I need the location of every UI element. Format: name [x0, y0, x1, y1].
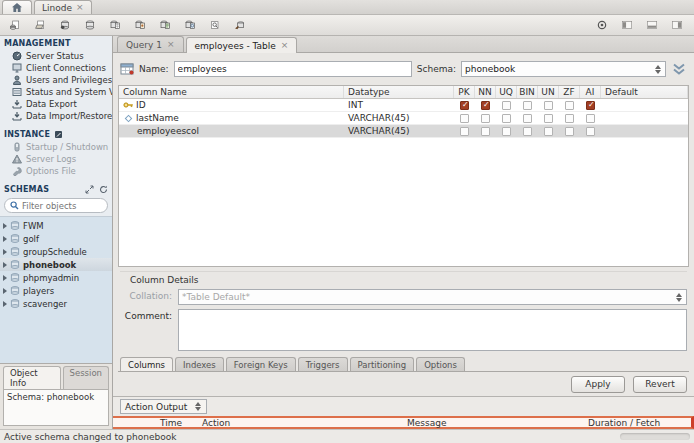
schema-item-scavenger[interactable]: scavenger — [0, 297, 112, 310]
sidebar-item-options-file[interactable]: Options File — [0, 165, 112, 177]
schema-item-golf[interactable]: golf — [0, 232, 112, 245]
open-sql-script-button[interactable] — [29, 16, 51, 34]
sidebar-item-startup-shutdown[interactable]: Startup / Shutdown — [0, 141, 112, 153]
header-ai[interactable]: AI — [580, 86, 601, 98]
sidebar-item-server-logs[interactable]: Server Logs — [0, 153, 112, 165]
pk-checkbox[interactable] — [460, 127, 469, 136]
tab-session[interactable]: Session — [63, 366, 109, 389]
schema-item-phonebook[interactable]: phonebook — [0, 258, 112, 271]
expand-form-chevron-icon[interactable] — [671, 62, 687, 76]
toggle-left-sidebar-button[interactable] — [616, 16, 638, 34]
expander-caret-icon[interactable] — [3, 275, 7, 281]
schema-item-players[interactable]: players — [0, 284, 112, 297]
nn-checkbox[interactable] — [481, 127, 490, 136]
new-query-tab-button[interactable] — [4, 16, 26, 34]
schema-filter-input[interactable] — [22, 201, 102, 211]
sidebar-item-client-connections[interactable]: Client Connections — [0, 62, 112, 74]
un-checkbox[interactable] — [544, 127, 553, 136]
tab-columns[interactable]: Columns — [120, 357, 173, 371]
bin-checkbox[interactable] — [523, 114, 532, 123]
tab-options[interactable]: Options — [416, 357, 465, 371]
toggle-right-sidebar-button[interactable] — [666, 16, 688, 34]
column-default[interactable] — [601, 125, 688, 137]
tab-object-info[interactable]: Object Info — [3, 366, 61, 389]
ai-checkbox[interactable] — [586, 101, 595, 110]
tab-partitioning[interactable]: Partitioning — [350, 357, 415, 371]
sidebar-item-data-import[interactable]: Data Import/Restore — [0, 110, 112, 122]
column-row-id[interactable]: ID INT — [119, 99, 688, 112]
ai-checkbox[interactable] — [586, 127, 595, 136]
sidebar-item-server-status[interactable]: Server Status — [0, 50, 112, 62]
stepper-icon[interactable] — [653, 63, 662, 75]
tab-employees-table[interactable]: employees - Table — [186, 37, 298, 53]
status-circle-button[interactable] — [591, 16, 613, 34]
bin-checkbox[interactable] — [523, 127, 532, 136]
uq-checkbox[interactable] — [502, 127, 511, 136]
uq-checkbox[interactable] — [502, 114, 511, 123]
zf-checkbox[interactable] — [565, 101, 574, 110]
pk-checkbox[interactable] — [460, 114, 469, 123]
collation-dropdown[interactable]: *Table Default* — [178, 289, 687, 305]
pk-checkbox[interactable] — [460, 101, 469, 110]
header-default[interactable]: Default — [601, 86, 688, 98]
refresh-schemas-icon[interactable] — [98, 184, 108, 194]
expander-caret-icon[interactable] — [3, 288, 7, 294]
comment-textarea[interactable] — [178, 309, 687, 351]
expander-caret-icon[interactable] — [3, 236, 7, 242]
expander-caret-icon[interactable] — [3, 249, 7, 255]
expander-caret-icon[interactable] — [3, 262, 7, 268]
toggle-bottom-panel-button[interactable] — [641, 16, 663, 34]
home-tab[interactable] — [2, 0, 32, 14]
grid-empty-area[interactable] — [119, 138, 688, 266]
create-procedure-button[interactable] — [154, 16, 176, 34]
sidebar-item-users-privileges[interactable]: Users and Privileges — [0, 74, 112, 86]
column-default[interactable] — [601, 99, 688, 111]
un-checkbox[interactable] — [544, 101, 553, 110]
header-datatype[interactable]: Datatype — [344, 86, 454, 98]
apply-button[interactable]: Apply — [571, 376, 625, 393]
stepper-icon[interactable] — [674, 291, 683, 303]
create-table-button[interactable] — [104, 16, 126, 34]
output-header-message[interactable]: Message — [404, 418, 585, 428]
header-uq[interactable]: UQ — [496, 86, 517, 98]
expander-caret-icon[interactable] — [3, 301, 7, 307]
output-header-action[interactable]: Action — [199, 418, 404, 428]
zf-checkbox[interactable] — [565, 114, 574, 123]
tab-foreign-keys[interactable]: Foreign Keys — [226, 357, 296, 371]
create-schema-button[interactable] — [54, 16, 76, 34]
schema-item-groupschedule[interactable]: groupSchedule — [0, 245, 112, 258]
reconnect-server-button[interactable] — [229, 16, 251, 34]
uq-checkbox[interactable] — [502, 101, 511, 110]
output-header-time[interactable]: Time — [157, 418, 199, 428]
revert-button[interactable]: Revert — [633, 376, 687, 393]
column-datatype[interactable]: VARCHAR(45) — [344, 125, 454, 137]
close-icon[interactable] — [76, 3, 84, 12]
table-name-input[interactable] — [174, 61, 412, 77]
output-header-duration[interactable]: Duration / Fetch — [585, 418, 691, 428]
ai-checkbox[interactable] — [586, 114, 595, 123]
column-datatype[interactable]: VARCHAR(45) — [344, 112, 454, 124]
create-view-button[interactable] — [129, 16, 151, 34]
stepper-icon[interactable] — [193, 401, 202, 413]
expand-schemas-icon[interactable] — [84, 184, 94, 194]
column-datatype[interactable]: INT — [344, 99, 454, 111]
close-icon[interactable] — [281, 41, 289, 50]
window-tab-connection[interactable]: Linode — [34, 0, 92, 14]
connect-database-button[interactable] — [79, 16, 101, 34]
header-zf[interactable]: ZF — [559, 86, 580, 98]
sidebar-item-system-variables[interactable]: Status and System Variables — [0, 86, 112, 98]
header-column-name[interactable]: Column Name — [119, 86, 344, 98]
column-row-lastname[interactable]: lastName VARCHAR(45) — [119, 112, 688, 125]
tab-indexes[interactable]: Indexes — [175, 357, 224, 371]
header-nn[interactable]: NN — [475, 86, 496, 98]
tab-triggers[interactable]: Triggers — [298, 357, 348, 371]
nn-checkbox[interactable] — [481, 101, 490, 110]
output-selector-dropdown[interactable]: Action Output — [120, 399, 207, 414]
header-bin[interactable]: BIN — [517, 86, 538, 98]
column-default[interactable] — [601, 112, 688, 124]
create-function-button[interactable] — [179, 16, 201, 34]
un-checkbox[interactable] — [544, 114, 553, 123]
close-icon[interactable] — [167, 40, 175, 49]
search-objects-button[interactable] — [204, 16, 226, 34]
schema-item-phpmyadmin[interactable]: phpmyadmin — [0, 271, 112, 284]
